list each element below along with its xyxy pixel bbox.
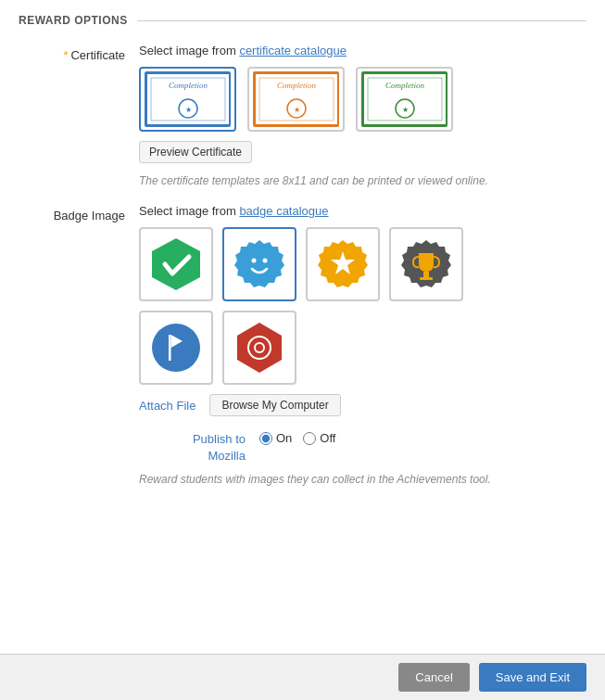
cert-option-blue[interactable]: Completion ★ — [139, 67, 236, 132]
section-title-text: REWARD OPTIONS — [19, 14, 128, 27]
publish-description-row: Reward students with images they can col… — [139, 472, 586, 486]
svg-rect-24 — [169, 335, 171, 361]
section-title: REWARD OPTIONS — [19, 14, 586, 27]
publish-label: Publish to Mozilla — [139, 429, 259, 465]
attach-file-row: Attach File Browse My Computer — [139, 394, 586, 416]
svg-rect-21 — [420, 277, 433, 280]
cert-option-green[interactable]: Completion ★ — [356, 67, 453, 132]
svg-point-29 — [256, 344, 263, 351]
svg-point-17 — [252, 259, 257, 263]
badge-row: Badge Image Select image from badge cata… — [19, 204, 586, 486]
publish-row: Publish to Mozilla On Off — [139, 429, 586, 465]
attach-file-label: Attach File — [139, 399, 195, 413]
required-star: * — [63, 48, 68, 62]
svg-text:Completion: Completion — [169, 81, 208, 90]
save-exit-button[interactable]: Save and Exit — [479, 663, 586, 692]
preview-certificate-button[interactable]: Preview Certificate — [139, 141, 252, 163]
publish-on-radio[interactable] — [259, 432, 272, 445]
publish-controls: On Off — [259, 429, 335, 445]
publish-description: Reward students with images they can col… — [139, 473, 491, 486]
svg-point-18 — [263, 259, 268, 263]
svg-text:★: ★ — [293, 106, 299, 114]
footer-bar: Cancel Save and Exit — [0, 654, 605, 700]
svg-text:Completion: Completion — [277, 81, 316, 90]
badge-option-checkmark[interactable] — [139, 227, 213, 301]
publish-on-label: On — [276, 431, 292, 445]
badge-content: Select image from badge catalogue — [139, 204, 586, 486]
badge-select-label: Select image from badge catalogue — [139, 204, 586, 218]
svg-text:★: ★ — [184, 106, 191, 114]
cert-option-orange[interactable]: Completion ★ — [247, 67, 345, 132]
cert-info-text: The certificate templates are 8x11 and c… — [139, 174, 586, 187]
cancel-button[interactable]: Cancel — [398, 663, 469, 692]
cert-options: Completion ★ — [139, 67, 586, 132]
certificate-row: *Certificate Select image from certifica… — [19, 44, 586, 187]
badge-option-star[interactable] — [306, 227, 380, 301]
svg-text:Completion: Completion — [385, 81, 424, 90]
badge-label: Badge Image — [19, 204, 139, 223]
badge-option-smiley[interactable] — [222, 227, 296, 301]
badge-catalogue-link[interactable]: badge catalogue — [239, 204, 328, 218]
svg-marker-15 — [152, 238, 200, 290]
publish-off-label: Off — [320, 431, 335, 445]
publish-off-radio[interactable] — [303, 432, 316, 445]
certificate-label: *Certificate — [19, 44, 139, 62]
svg-point-16 — [243, 248, 276, 281]
svg-text:★: ★ — [401, 106, 408, 114]
certificate-content: Select image from certificate catalogue … — [139, 44, 586, 187]
svg-rect-20 — [423, 272, 429, 277]
badge-grid — [139, 227, 586, 385]
browse-computer-button[interactable]: Browse My Computer — [209, 394, 340, 416]
cert-catalogue-link[interactable]: certificate catalogue — [239, 44, 347, 57]
badge-option-trophy[interactable] — [389, 227, 463, 301]
cert-select-label: Select image from certificate catalogue — [139, 44, 586, 57]
svg-point-22 — [152, 324, 200, 372]
publish-off-option[interactable]: Off — [303, 431, 335, 445]
publish-on-option[interactable]: On — [259, 431, 292, 445]
badge-option-rosette[interactable] — [222, 311, 296, 385]
badge-option-flag[interactable] — [139, 311, 213, 385]
section-title-divider — [137, 20, 586, 21]
